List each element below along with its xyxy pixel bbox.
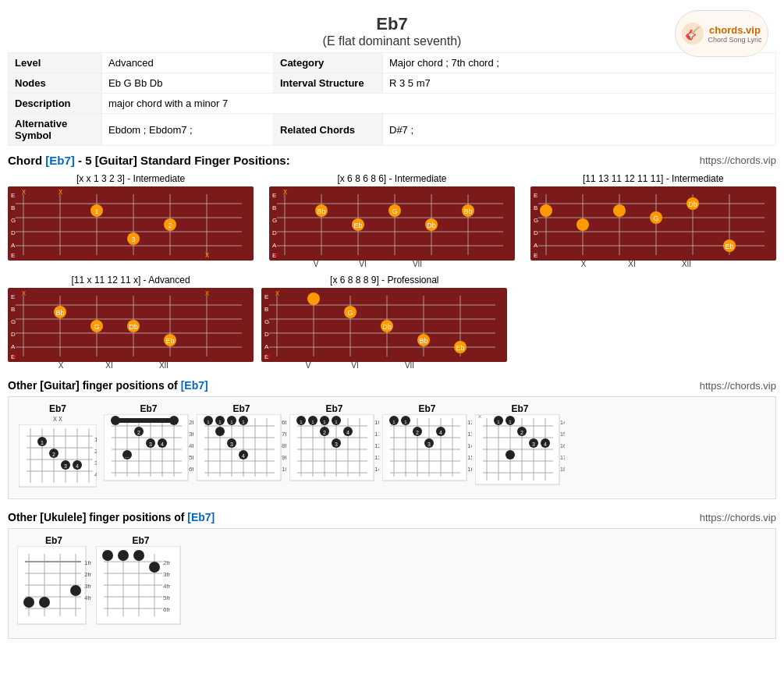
small-chord-guitar-4: Eb7 1 1 1 1 bbox=[289, 403, 379, 492]
svg-text:×: × bbox=[12, 351, 17, 360]
svg-text:16fr: 16fr bbox=[560, 443, 565, 449]
svg-text:G: G bbox=[94, 323, 100, 331]
description-label: Description bbox=[9, 94, 102, 114]
svg-text:4fr: 4fr bbox=[189, 442, 193, 449]
svg-text:13fr: 13fr bbox=[467, 431, 472, 438]
svg-text:E: E bbox=[534, 252, 537, 259]
svg-text:17fr: 17fr bbox=[560, 455, 565, 460]
svg-text:G: G bbox=[653, 215, 658, 222]
svg-text:Db: Db bbox=[427, 222, 436, 229]
svg-text:3: 3 bbox=[427, 442, 431, 447]
svg-text:3: 3 bbox=[149, 442, 152, 447]
svg-text:Db: Db bbox=[129, 323, 138, 331]
svg-text:E: E bbox=[11, 293, 15, 300]
chord-section-title: Chord [Eb7] - 5 [Guitar] Standard Finger… bbox=[8, 154, 290, 167]
svg-text:A: A bbox=[11, 242, 16, 249]
fretboard-2: E B G D A E x Bb Eb G Db Bb V bbox=[269, 186, 515, 268]
other-guitar-url: https://chords.vip bbox=[700, 380, 776, 392]
svg-text:10fr: 10fr bbox=[282, 466, 286, 473]
svg-text:3fr: 3fr bbox=[84, 583, 91, 590]
svg-text:11fr: 11fr bbox=[374, 431, 379, 438]
fretboard-5: E B G D A E x G Db Bb Eb × V VI VII bbox=[261, 288, 507, 370]
svg-text:A: A bbox=[272, 242, 277, 249]
svg-point-346 bbox=[102, 550, 113, 561]
svg-text:XII: XII bbox=[682, 260, 691, 268]
site-logo[interactable]: 🎸 chords.vip Chord Song Lyric bbox=[675, 10, 768, 57]
logo-subtext: Chord Song Lyric bbox=[708, 36, 761, 44]
svg-rect-2 bbox=[8, 186, 254, 261]
small-chord-guitar-2: Eb7 2 3 bbox=[104, 403, 193, 492]
svg-text:2fr: 2fr bbox=[94, 448, 97, 455]
other-ukulele-url: https://chords.vip bbox=[700, 512, 776, 523]
svg-text:B: B bbox=[11, 306, 15, 313]
chord-section-header: Chord [Eb7] - 5 [Guitar] Standard Finger… bbox=[8, 154, 776, 167]
diagram-1-caption: [x x 1 3 2 3] - Intermediate bbox=[76, 173, 185, 184]
chord-name-link[interactable]: [Eb7] bbox=[45, 154, 75, 167]
svg-text:×: × bbox=[274, 250, 278, 259]
small-fretboard-guitar-6: x 1 1 2 3 4 14fr 15fr 16fr 17fr 18fr bbox=[475, 414, 565, 492]
svg-text:5fr: 5fr bbox=[189, 454, 193, 461]
svg-text:Eb: Eb bbox=[456, 344, 465, 352]
svg-text:G: G bbox=[264, 318, 269, 325]
fretboard-4: E B G D A E x Bb G Db Eb x × X XI XII bbox=[8, 288, 254, 370]
svg-text:VI: VI bbox=[352, 361, 359, 370]
diagram-1: [x x 1 3 2 3] - Intermediate E B G bbox=[8, 173, 254, 268]
svg-text:4fr: 4fr bbox=[163, 583, 171, 590]
svg-text:5fr: 5fr bbox=[163, 594, 171, 601]
chord-subtitle: (E flat dominant seventh) bbox=[8, 34, 776, 48]
other-guitar-chord-name[interactable]: [Eb7] bbox=[181, 379, 208, 392]
svg-text:12fr: 12fr bbox=[374, 442, 379, 449]
svg-text:1fr: 1fr bbox=[84, 559, 91, 566]
svg-text:B: B bbox=[11, 204, 15, 211]
svg-text:15fr: 15fr bbox=[560, 431, 565, 437]
svg-text:×: × bbox=[266, 351, 271, 360]
svg-point-330 bbox=[39, 597, 50, 608]
logo-icon: 🎸 bbox=[681, 22, 704, 45]
svg-text:13fr: 13fr bbox=[374, 454, 379, 461]
svg-text:Bb: Bb bbox=[463, 208, 472, 215]
svg-text:G: G bbox=[272, 217, 277, 224]
large-diagrams-row1: [x x 1 3 2 3] - Intermediate E B G bbox=[8, 173, 776, 268]
svg-text:VII: VII bbox=[405, 361, 414, 370]
svg-text:2fr: 2fr bbox=[189, 419, 193, 426]
svg-point-331 bbox=[70, 585, 81, 596]
svg-text:G: G bbox=[392, 208, 397, 215]
svg-text:🎸: 🎸 bbox=[685, 26, 701, 41]
svg-text:E: E bbox=[11, 252, 15, 259]
svg-text:4: 4 bbox=[439, 430, 442, 435]
svg-text:D: D bbox=[11, 229, 16, 236]
logo-text: chords.vip bbox=[708, 24, 761, 36]
svg-text:1fr: 1fr bbox=[94, 436, 97, 443]
svg-text:2fr: 2fr bbox=[84, 571, 91, 578]
description-value: major chord with a minor 7 bbox=[102, 94, 776, 114]
other-guitar-prefix: Other [Guitar] finger positions of bbox=[8, 379, 178, 392]
svg-text:E: E bbox=[272, 192, 276, 199]
svg-text:10fr: 10fr bbox=[374, 419, 379, 426]
svg-text:x: x bbox=[22, 187, 26, 196]
svg-text:3: 3 bbox=[335, 442, 338, 447]
svg-text:B: B bbox=[534, 204, 537, 211]
svg-text:B: B bbox=[264, 306, 268, 313]
svg-text:E: E bbox=[11, 192, 15, 199]
svg-text:2: 2 bbox=[323, 430, 326, 435]
svg-text:V: V bbox=[314, 260, 319, 268]
other-ukulele-chord-name[interactable]: [Eb7] bbox=[187, 511, 215, 523]
svg-text:E: E bbox=[264, 293, 268, 300]
svg-text:18fr: 18fr bbox=[560, 466, 565, 472]
svg-point-348 bbox=[133, 550, 144, 561]
small-chord-guitar-1: Eb7 xx 1 2 bbox=[15, 403, 101, 492]
svg-text:G: G bbox=[534, 217, 538, 224]
diagram-5-caption: [x 6 8 8 8 9] - Professional bbox=[330, 275, 438, 286]
small-fretboard-ukulele-2: 2fr 3fr 4fr 5fr 6fr bbox=[96, 546, 186, 632]
svg-text:8fr: 8fr bbox=[282, 442, 286, 449]
small-ukulele-chords: Eb7 1fr 2fr 3fr bbox=[8, 528, 776, 639]
svg-text:1: 1 bbox=[41, 440, 44, 445]
svg-text:Bb: Bb bbox=[420, 337, 428, 345]
svg-text:4: 4 bbox=[346, 430, 349, 435]
diagram-4: [11 x 11 12 11 x] - Advanced E B G D A E bbox=[8, 275, 254, 370]
svg-rect-28 bbox=[269, 186, 515, 261]
diagram-2: [x 6 8 6 8 6] - Intermediate E B G D A E bbox=[269, 173, 515, 268]
other-ukulele-prefix: Other [Ukulele] finger positions of bbox=[8, 511, 184, 523]
svg-text:X: X bbox=[581, 260, 587, 268]
svg-text:6fr: 6fr bbox=[282, 419, 286, 426]
